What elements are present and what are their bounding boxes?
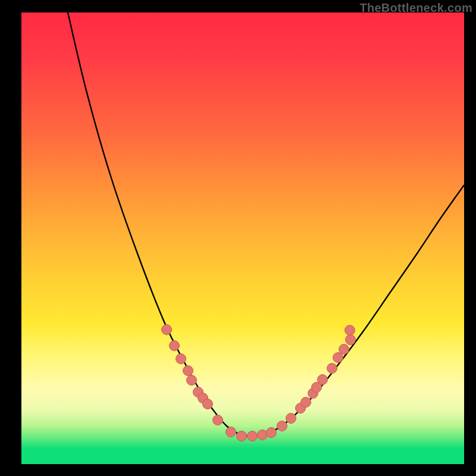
data-dot <box>187 375 197 386</box>
data-dot <box>248 431 258 441</box>
data-dot <box>258 430 268 440</box>
data-dot <box>339 345 349 355</box>
data-dot <box>333 353 343 363</box>
plot-area <box>21 12 464 464</box>
data-dot <box>318 375 328 385</box>
data-dot <box>162 325 172 335</box>
data-dot <box>286 414 296 424</box>
data-dot <box>267 428 277 438</box>
data-dot <box>203 399 213 409</box>
data-dot <box>327 364 337 374</box>
data-dot <box>183 366 193 376</box>
data-dot <box>277 421 287 431</box>
data-dots <box>162 325 356 441</box>
chart-stage: TheBottleneck.com <box>0 0 476 476</box>
chart-svg <box>21 12 464 464</box>
data-dot <box>226 427 236 437</box>
data-dot <box>345 325 355 336</box>
data-dot <box>176 354 186 364</box>
bottleneck-curve <box>68 12 464 437</box>
data-dot <box>301 397 311 408</box>
data-dot <box>213 415 223 425</box>
data-dot <box>237 431 247 441</box>
data-dot <box>346 335 356 345</box>
data-dot <box>170 341 180 351</box>
